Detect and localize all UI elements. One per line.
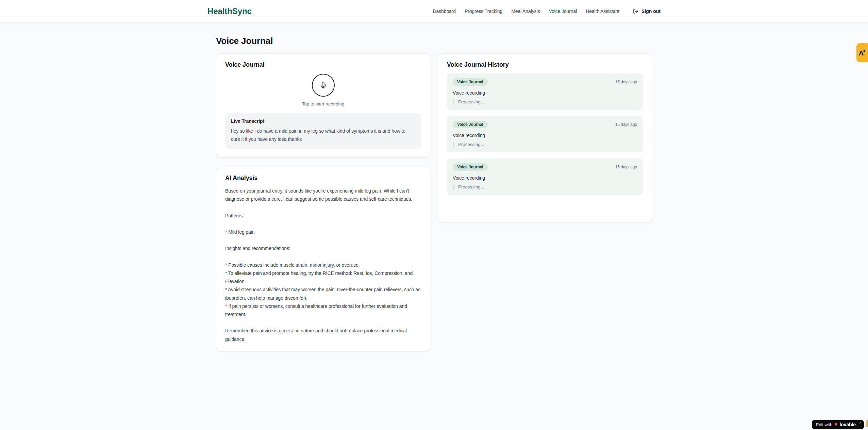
entry-timestamp: 15 days ago	[615, 80, 637, 84]
main-content: Voice Journal Voice Journal	[216, 23, 652, 352]
edit-with-lovable-badge[interactable]: Edit with ♥ lovable ×	[812, 420, 864, 429]
entry-title: Voice recording	[453, 90, 637, 96]
tap-to-record-hint: Tap to start recording	[225, 101, 421, 106]
top-nav-bar: HealthSync Dashboard Progress Tracking M…	[0, 0, 868, 23]
entry-timestamp: 15 days ago	[615, 165, 637, 169]
heart-icon: ♥	[834, 422, 837, 427]
nav-item-health-assistant[interactable]: Health Assistant	[586, 9, 619, 14]
history-list: Voice Journal 15 days ago Voice recordin…	[447, 73, 643, 195]
nav-item-dashboard[interactable]: Dashboard	[433, 9, 456, 14]
sign-out-button[interactable]: Sign out	[633, 9, 661, 14]
mic-icon	[314, 76, 333, 95]
history-entry[interactable]: Voice Journal 15 days ago Voice recordin…	[447, 116, 643, 152]
app-logo: HealthSync	[207, 6, 252, 16]
nav-item-voice-journal[interactable]: Voice Journal	[549, 9, 577, 14]
lovable-brand-label: lovable	[839, 422, 856, 427]
voice-journal-history-card: Voice Journal History Voice Journal 15 d…	[438, 53, 652, 223]
edit-with-label: Edit with	[816, 422, 832, 427]
close-icon[interactable]: ×	[859, 420, 862, 425]
history-entry[interactable]: Voice Journal 15 days ago Voice recordin…	[447, 159, 643, 195]
record-button[interactable]	[312, 74, 335, 97]
main-nav: Dashboard Progress Tracking Meal Analysi…	[433, 9, 661, 14]
entry-type-badge: Voice Journal	[453, 163, 488, 171]
history-entry[interactable]: Voice Journal 15 days ago Voice recordin…	[447, 73, 643, 110]
entry-title: Voice recording	[453, 133, 637, 138]
live-transcript-box: Live Transcript hey so like I do have a …	[225, 113, 421, 149]
extension-logo-icon: Λ	[859, 49, 864, 56]
corner-overlay-sliver	[866, 420, 868, 427]
sign-out-label: Sign out	[641, 9, 661, 14]
live-transcript-text: hey so like I do have a mild pain in my …	[231, 127, 415, 143]
left-column: Voice Journal Tap to start recording	[216, 53, 430, 352]
right-column: Voice Journal History Voice Journal 15 d…	[438, 53, 652, 223]
entry-type-badge: Voice Journal	[453, 121, 488, 128]
entry-type-badge: Voice Journal	[453, 78, 488, 86]
page-title: Voice Journal	[216, 36, 652, 46]
entry-title: Voice recording	[453, 175, 637, 181]
ai-analysis-card: AI Analysis Based on your journal entry,…	[216, 167, 430, 352]
entry-timestamp: 15 days ago	[615, 122, 637, 127]
recorder-card-title: Voice Journal	[225, 61, 421, 68]
logout-icon	[633, 9, 638, 14]
extension-side-badge[interactable]: Λ	[856, 43, 868, 62]
entry-status: Processing...	[453, 99, 637, 104]
entry-status: Processing...	[453, 142, 637, 147]
ai-analysis-body: Based on your journal entry, it sounds l…	[225, 187, 421, 343]
nav-item-meal-analysis[interactable]: Meal Analysis	[511, 9, 540, 14]
nav-item-progress-tracking[interactable]: Progress Tracking	[465, 9, 502, 14]
voice-recorder-card: Voice Journal Tap to start recording	[216, 53, 430, 158]
live-transcript-title: Live Transcript	[231, 118, 415, 124]
history-card-title: Voice Journal History	[447, 61, 643, 68]
ai-analysis-title: AI Analysis	[225, 175, 421, 182]
entry-status: Processing...	[453, 184, 637, 189]
